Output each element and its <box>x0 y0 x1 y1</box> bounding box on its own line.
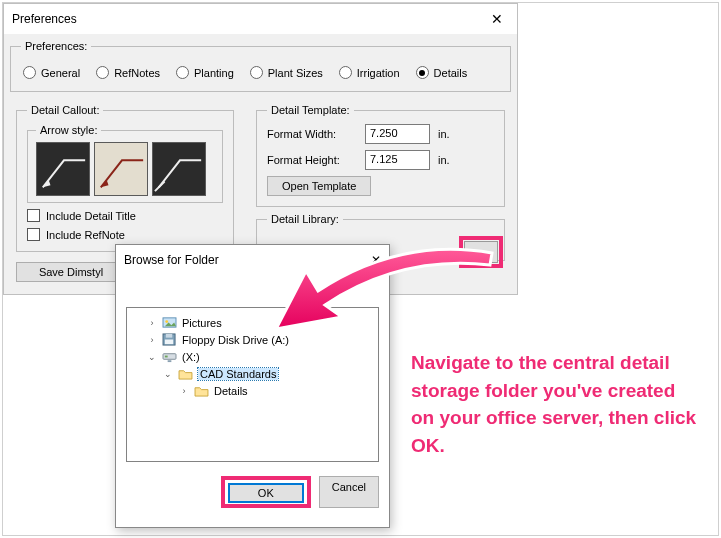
svg-rect-8 <box>165 356 168 358</box>
tab-row: General RefNotes Planting Plant Sizes Ir… <box>21 60 500 81</box>
arrow-style-3[interactable] <box>152 142 206 196</box>
tree-item-xdrive[interactable]: ⌄ (X:) <box>131 348 374 365</box>
save-dimstyle-button[interactable]: Save Dimstyl <box>16 262 126 282</box>
browse-dialog-title: Browse for Folder <box>124 253 219 267</box>
format-width-label: Format Width: <box>267 128 357 140</box>
format-height-label: Format Height: <box>267 154 357 166</box>
svg-point-3 <box>165 320 168 323</box>
tab-planting[interactable]: Planting <box>176 66 234 79</box>
open-template-button[interactable]: Open Template <box>267 176 371 196</box>
include-detail-title-checkbox[interactable]: Include Detail Title <box>27 209 223 222</box>
svg-marker-1 <box>101 180 109 188</box>
close-icon[interactable]: ✕ <box>371 253 381 267</box>
svg-rect-9 <box>168 360 172 362</box>
annotation-caption: Navigate to the central detail storage f… <box>411 349 701 459</box>
preferences-group: Preferences: General RefNotes Planting P… <box>10 40 511 92</box>
svg-marker-0 <box>43 180 51 188</box>
detail-template-group: Detail Template: Format Width: 7.250 in.… <box>256 104 505 207</box>
arrow-style-1[interactable] <box>36 142 90 196</box>
arrow-style-group: Arrow style: <box>27 124 223 203</box>
arrow-style-2[interactable] <box>94 142 148 196</box>
detail-callout-group: Detail Callout: Arrow style: <box>16 104 234 252</box>
tree-item-pictures[interactable]: › Pictures <box>131 314 374 331</box>
tab-plant-sizes[interactable]: Plant Sizes <box>250 66 323 79</box>
pictures-icon <box>162 316 177 329</box>
preferences-legend: Preferences: <box>21 40 91 52</box>
folder-tree[interactable]: › Pictures › Floppy Disk Drive (A:) ⌄ (X… <box>126 307 379 462</box>
annotation-highlight-ok: OK <box>221 476 311 508</box>
folder-icon <box>178 367 193 380</box>
cancel-button[interactable]: Cancel <box>319 476 379 508</box>
ok-button[interactable]: OK <box>228 483 304 503</box>
window-title: Preferences <box>12 12 77 26</box>
tab-general[interactable]: General <box>23 66 80 79</box>
titlebar: Preferences ✕ <box>4 4 517 34</box>
svg-rect-6 <box>165 340 173 345</box>
floppy-icon <box>162 333 177 346</box>
browse-library-button[interactable]: ... <box>464 241 498 263</box>
tab-refnotes[interactable]: RefNotes <box>96 66 160 79</box>
format-height-input[interactable]: 7.125 <box>365 150 430 170</box>
browse-folder-dialog: Browse for Folder ✕ › Pictures › Floppy … <box>115 244 390 528</box>
network-drive-icon <box>162 350 177 363</box>
close-icon[interactable]: ✕ <box>485 11 509 27</box>
format-width-input[interactable]: 7.250 <box>365 124 430 144</box>
tree-item-cad-standards[interactable]: ⌄ CAD Standards <box>131 365 374 382</box>
tree-item-details[interactable]: › Details <box>131 382 374 399</box>
include-refnote-checkbox[interactable]: Include RefNote <box>27 228 223 241</box>
tree-item-floppy[interactable]: › Floppy Disk Drive (A:) <box>131 331 374 348</box>
tab-details[interactable]: Details <box>416 66 468 79</box>
tab-irrigation[interactable]: Irrigation <box>339 66 400 79</box>
folder-icon <box>194 384 209 397</box>
svg-rect-5 <box>166 334 173 338</box>
